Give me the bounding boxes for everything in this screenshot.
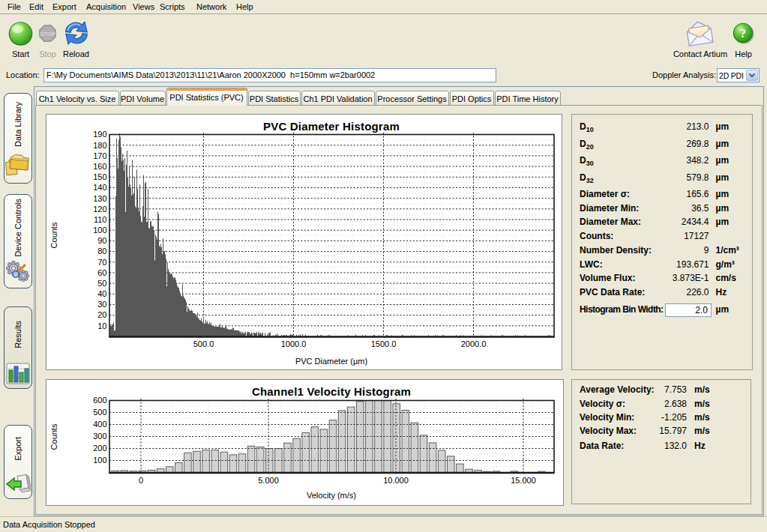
svg-text:5.000: 5.000	[258, 476, 279, 485]
svg-text:50: 50	[97, 279, 106, 288]
svg-text:180: 180	[93, 141, 106, 150]
svg-text:40: 40	[97, 289, 106, 298]
svg-text:70: 70	[97, 258, 106, 267]
svg-text:20: 20	[97, 310, 106, 319]
svg-text:60: 60	[97, 268, 106, 277]
svg-text:170: 170	[93, 151, 106, 160]
svg-text:30: 30	[97, 300, 106, 309]
svg-text:80: 80	[97, 247, 106, 256]
svg-text:1500.0: 1500.0	[371, 339, 397, 348]
svg-text:10: 10	[97, 321, 106, 330]
svg-text:PVC Diameter (µm): PVC Diameter (µm)	[295, 357, 367, 366]
svg-text:Velocity (m/s): Velocity (m/s)	[307, 491, 356, 500]
svg-text:100: 100	[93, 456, 106, 465]
svg-text:200: 200	[93, 444, 106, 453]
svg-text:1000.0: 1000.0	[281, 339, 307, 348]
svg-text:Channel1 Velocity Histogram: Channel1 Velocity Histogram	[252, 385, 411, 398]
svg-text:10.000: 10.000	[383, 476, 409, 485]
svg-text:PVC Diameter Histogram: PVC Diameter Histogram	[263, 120, 400, 133]
svg-text:300: 300	[93, 432, 106, 441]
svg-text:130: 130	[93, 194, 106, 203]
svg-text:600: 600	[93, 396, 106, 405]
svg-text:90: 90	[97, 236, 106, 245]
svg-text:STOP: STOP	[40, 31, 55, 37]
svg-text:190: 190	[93, 130, 106, 139]
svg-text:0: 0	[139, 476, 143, 485]
svg-text:150: 150	[93, 172, 106, 181]
svg-text:2000.0: 2000.0	[461, 339, 487, 348]
svg-text:120: 120	[93, 205, 106, 214]
svg-text:Counts: Counts	[49, 423, 58, 450]
svg-text:500: 500	[93, 408, 106, 417]
svg-text:160: 160	[93, 162, 106, 171]
svg-text:?: ?	[740, 26, 747, 40]
svg-text:110: 110	[94, 215, 107, 224]
svg-text:Counts: Counts	[49, 222, 58, 248]
svg-text:500.0: 500.0	[193, 339, 214, 348]
svg-text:140: 140	[93, 183, 106, 192]
svg-text:100: 100	[93, 226, 106, 235]
svg-text:15.000: 15.000	[511, 476, 536, 485]
svg-text:400: 400	[93, 420, 106, 429]
